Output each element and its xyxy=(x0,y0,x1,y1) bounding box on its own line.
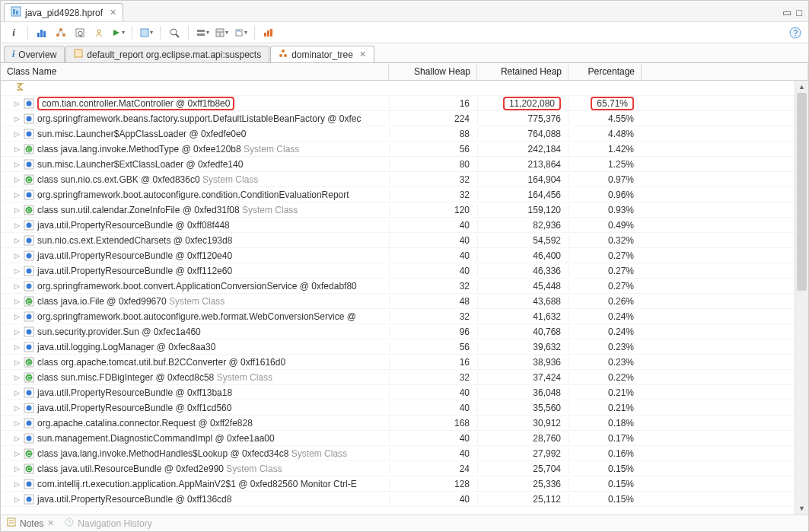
table-row[interactable]: ▷java.util.PropertyResourceBundle @ 0xff… xyxy=(1,492,795,507)
scroll-up-icon[interactable]: ▲ xyxy=(795,81,808,93)
table-row[interactable]: ▷org.springframework.boot.convert.Applic… xyxy=(1,279,795,294)
shallow-heap-cell: 40 xyxy=(389,250,477,261)
scroll-track[interactable] xyxy=(795,93,808,502)
tab-suspects[interactable]: default_report org.eclipse.mat.api:suspe… xyxy=(65,46,269,62)
table-row[interactable]: ▷org.apache.catalina.connector.Request @… xyxy=(1,416,795,431)
expand-icon[interactable]: ▷ xyxy=(13,267,21,275)
tab-dominator-tree[interactable]: dominator_tree ✕ xyxy=(270,46,374,62)
table-row[interactable]: ▷sun.security.provider.Sun @ 0xfec1a4609… xyxy=(1,324,795,339)
svg-point-59 xyxy=(27,268,32,273)
find-icon[interactable] xyxy=(166,24,183,41)
table-row[interactable]: ▷Cclass sun.util.calendar.ZoneInfoFile @… xyxy=(1,202,795,218)
close-icon[interactable]: ✕ xyxy=(47,518,54,528)
table-row[interactable]: ▷sun.misc.Launcher$ExtClassLoader @ 0xfe… xyxy=(1,157,795,172)
object-icon xyxy=(24,479,34,489)
table-row[interactable]: ▷Cclass java.io.File @ 0xfed99670 System… xyxy=(1,294,795,309)
table-row[interactable]: ▷org.springframework.beans.factory.suppo… xyxy=(1,111,795,126)
expand-icon[interactable]: ▷ xyxy=(13,282,21,290)
oql-icon[interactable]: Q xyxy=(72,24,88,41)
retained-heap-cell: 164,456 xyxy=(477,190,569,200)
table-row[interactable]: ▷sun.misc.Launcher$AppClassLoader @ 0xfe… xyxy=(1,126,795,142)
scroll-down-icon[interactable]: ▼ xyxy=(795,502,808,514)
close-icon[interactable]: ✕ xyxy=(110,8,116,18)
expand-icon[interactable]: ▷ xyxy=(13,115,21,123)
expand-icon[interactable]: ▷ xyxy=(13,130,21,138)
column-shallow-heap[interactable]: Shallow Heap xyxy=(389,64,477,80)
help-icon[interactable]: ? xyxy=(787,24,804,41)
query-browser-icon[interactable] xyxy=(138,24,154,41)
table-row[interactable]: ▷Cclass java.lang.invoke.MethodType @ 0x… xyxy=(1,142,795,157)
maximize-icon[interactable]: □ xyxy=(796,7,802,18)
histogram-icon[interactable] xyxy=(33,24,50,41)
expand-icon[interactable]: ▷ xyxy=(13,465,21,473)
table-row[interactable]: ▷java.util.logging.LogManager @ 0xfec8aa… xyxy=(1,339,795,355)
svg-text:C: C xyxy=(27,298,32,305)
table-row[interactable]: ▷java.util.PropertyResourceBundle @ 0xff… xyxy=(1,218,795,233)
tab-navigation-history[interactable]: Navigation History xyxy=(65,518,151,529)
table-row[interactable]: ▷com.tian.controller.MatController @ 0xf… xyxy=(1,96,795,111)
expand-icon[interactable]: ▷ xyxy=(13,206,21,214)
class-name-cell: sun.management.DiagnosticCommandImpl @ 0… xyxy=(37,433,275,444)
file-tab-hprof[interactable]: java_pid4928.hprof ✕ xyxy=(4,3,123,21)
percentage-cell: 0.49% xyxy=(569,220,642,231)
expand-icon[interactable]: ▷ xyxy=(13,221,21,229)
table-row[interactable]: ▷Cclass sun.nio.cs.ext.GBK @ 0xfed836c0 … xyxy=(1,172,795,187)
compare-icon[interactable] xyxy=(260,24,277,41)
tab-overview[interactable]: i Overview xyxy=(4,46,65,62)
expand-icon[interactable]: ▷ xyxy=(13,313,21,320)
expand-icon[interactable]: ▷ xyxy=(13,298,21,305)
table-row[interactable]: ▷Cclass org.apache.tomcat.util.buf.B2CCo… xyxy=(1,355,795,370)
expand-icon[interactable]: ▷ xyxy=(13,145,21,153)
rows-scroll-area[interactable]: ▷com.tian.controller.MatController @ 0xf… xyxy=(1,81,795,514)
expand-icon[interactable]: ▷ xyxy=(13,404,21,412)
svg-text:C: C xyxy=(27,359,32,366)
vertical-scrollbar[interactable]: ▲ ▼ xyxy=(795,81,808,514)
expand-icon[interactable]: ▷ xyxy=(13,435,21,442)
expand-icon[interactable]: ▷ xyxy=(13,419,21,427)
expand-icon[interactable]: ▷ xyxy=(13,343,21,351)
dominator-tree-icon[interactable] xyxy=(53,24,69,41)
table-row[interactable]: ▷sun.nio.cs.ext.ExtendedCharsets @ 0xfec… xyxy=(1,233,795,248)
expand-icon[interactable]: ▷ xyxy=(13,191,21,199)
table-row[interactable]: ▷sun.management.DiagnosticCommandImpl @ … xyxy=(1,431,795,446)
expand-icon[interactable]: ▷ xyxy=(13,328,21,336)
table-row[interactable]: ▷java.util.PropertyResourceBundle @ 0xff… xyxy=(1,263,795,279)
run-report-icon[interactable] xyxy=(110,24,126,41)
table-row[interactable]: ▷org.springframework.boot.autoconfigure.… xyxy=(1,309,795,324)
expand-icon[interactable]: ▷ xyxy=(13,389,21,397)
table-row[interactable]: ▷com.intellij.rt.execution.application.A… xyxy=(1,476,795,492)
overview-icon[interactable]: i xyxy=(5,24,22,41)
column-retained-heap[interactable]: Retained Heap xyxy=(477,64,569,80)
close-icon[interactable]: ✕ xyxy=(359,49,366,59)
tab-notes[interactable]: Notes ✕ xyxy=(7,518,54,529)
expand-icon[interactable]: ▷ xyxy=(13,480,21,488)
table-row[interactable]: ▷java.util.PropertyResourceBundle @ 0xff… xyxy=(1,385,795,400)
svg-rect-95 xyxy=(8,518,15,526)
svg-point-80 xyxy=(27,405,32,410)
svg-point-82 xyxy=(27,420,32,425)
expand-icon[interactable]: ▷ xyxy=(13,176,21,183)
group-icon[interactable] xyxy=(194,24,211,41)
table-row[interactable]: ▷java.util.PropertyResourceBundle @ 0xff… xyxy=(1,248,795,263)
minimize-icon[interactable]: ▭ xyxy=(782,7,791,18)
column-percentage[interactable]: Percentage xyxy=(569,64,642,80)
thread-icon[interactable] xyxy=(91,24,107,41)
expand-icon[interactable]: ▷ xyxy=(13,358,21,366)
table-row[interactable]: ▷Cclass java.lang.invoke.MethodHandles$L… xyxy=(1,446,795,461)
table-row[interactable]: ▷org.springframework.boot.autoconfigure.… xyxy=(1,187,795,202)
expand-icon[interactable]: ▷ xyxy=(13,374,21,381)
table-row[interactable]: ▷java.util.PropertyResourceBundle @ 0xff… xyxy=(1,400,795,416)
expand-icon[interactable]: ▷ xyxy=(13,100,21,107)
scroll-thumb[interactable] xyxy=(797,93,807,291)
expand-icon[interactable]: ▷ xyxy=(13,161,21,168)
expand-icon[interactable]: ▷ xyxy=(13,450,21,457)
table-row[interactable]: ▷Cclass java.util.ResourceBundle @ 0xfed… xyxy=(1,461,795,476)
expand-icon[interactable]: ▷ xyxy=(13,252,21,260)
expand-icon[interactable]: ▷ xyxy=(13,495,21,503)
column-class-name[interactable]: Class Name xyxy=(1,64,389,80)
expand-icon[interactable]: ▷ xyxy=(13,237,21,244)
calc-retained-icon[interactable] xyxy=(213,24,230,41)
table-row[interactable]: ▷Cclass sun.misc.FDBigInteger @ 0xfecd8c… xyxy=(1,370,795,385)
export-icon[interactable] xyxy=(232,24,249,41)
filter-row[interactable] xyxy=(1,81,795,96)
